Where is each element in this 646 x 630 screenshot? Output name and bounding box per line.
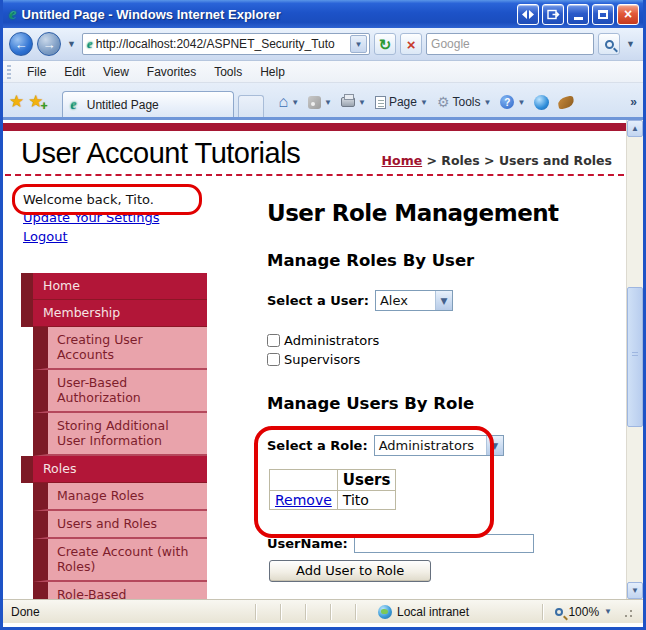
help-icon: ?	[500, 95, 514, 109]
favorites-center-button[interactable]: ★	[9, 91, 24, 112]
sidebar-item-roles[interactable]: Roles	[21, 456, 207, 483]
feeds-button[interactable]: ▼	[305, 94, 335, 111]
remove-link[interactable]: Remove	[275, 492, 332, 508]
sidebar-item-creating-user-accounts[interactable]: Creating User Accounts	[33, 327, 207, 370]
select-user-label: Select a User:	[267, 293, 369, 308]
zoom-icon	[555, 608, 563, 616]
vertical-scrollbar[interactable]: ▲ ▼	[626, 120, 643, 599]
scrollbar-track[interactable]	[627, 137, 643, 582]
maximize-icon	[598, 10, 608, 19]
action-column-header	[270, 470, 338, 491]
minimize-icon	[574, 17, 583, 20]
address-dropdown-button[interactable]: ▼	[350, 35, 367, 53]
add-user-to-role-button[interactable]: Add User to Role	[269, 560, 431, 582]
tools-menu-button[interactable]: ⚙Tools▼	[434, 93, 495, 111]
sidebar-item-role-based[interactable]: Role-Based	[33, 582, 207, 599]
refresh-button[interactable]: ↻	[374, 33, 396, 55]
detach-button[interactable]	[542, 4, 564, 25]
page-icon	[375, 96, 386, 109]
sidebar-item-user-based-authorization[interactable]: User-Based Authorization	[33, 370, 207, 413]
dock-toggle-button[interactable]	[517, 4, 539, 25]
role-select-value: Administrators	[375, 436, 486, 455]
url-input[interactable]	[96, 37, 350, 51]
new-tab-button[interactable]	[238, 95, 264, 117]
zone-label: Local intranet	[397, 605, 469, 619]
sidebar-item-membership[interactable]: Membership	[21, 300, 207, 327]
site-menu: Home Membership Creating User Accounts U…	[21, 273, 207, 599]
add-favorite-button[interactable]: ★+	[28, 91, 43, 112]
search-box[interactable]	[426, 33, 594, 55]
chevron-down-icon: ▼	[355, 40, 363, 49]
menu-file[interactable]: File	[19, 63, 54, 81]
menu-tools[interactable]: Tools	[206, 63, 250, 81]
minimize-button[interactable]	[567, 4, 589, 25]
administrators-checkbox[interactable]	[267, 334, 280, 347]
sidebar-item-manage-roles[interactable]: Manage Roles	[33, 483, 207, 511]
sidebar-item-home[interactable]: Home	[21, 273, 207, 300]
search-input[interactable]	[431, 37, 589, 51]
menu-help[interactable]: Help	[252, 63, 293, 81]
tab-untitled-page[interactable]: e Untitled Page	[62, 91, 234, 117]
resize-grip[interactable]	[621, 606, 633, 618]
more-commands-chevron[interactable]: »	[630, 95, 639, 109]
maximize-button[interactable]	[592, 4, 614, 25]
logout-link[interactable]: Logout	[23, 228, 68, 246]
search-provider-dropdown[interactable]: ▼	[624, 39, 637, 49]
site-top-rule	[3, 123, 626, 131]
browser-window: e Untitled Page - Windows Internet Explo…	[0, 0, 646, 630]
stop-button[interactable]: ×	[400, 33, 422, 55]
blue-sphere-icon	[534, 95, 549, 110]
history-dropdown[interactable]: ▼	[65, 39, 78, 49]
forward-button[interactable]: →	[37, 32, 61, 56]
refresh-icon: ↻	[379, 37, 392, 52]
help-menu-button[interactable]: ?▼	[497, 93, 528, 111]
globe-icon	[378, 605, 392, 619]
ie-logo-icon: e	[9, 4, 17, 24]
chevron-down-icon: ▼	[491, 441, 498, 451]
printer-icon	[341, 97, 355, 107]
role-section: Select a Role: Administrators ▼ Users	[267, 435, 618, 510]
addon-button[interactable]	[555, 95, 577, 110]
supervisors-checkbox-label: Supervisors	[284, 352, 360, 367]
titlebar: e Untitled Page - Windows Internet Explo…	[3, 0, 643, 28]
close-button[interactable]: ×	[617, 4, 639, 25]
sidebar: Welcome back, Tito. Update Your Settings…	[21, 176, 227, 599]
sidebar-item-users-and-roles[interactable]: Users and Roles	[33, 511, 207, 539]
address-bar[interactable]: e ▼	[82, 33, 370, 55]
back-button[interactable]: ←	[9, 32, 33, 56]
update-settings-link[interactable]: Update Your Settings	[23, 209, 159, 227]
menu-bar: File Edit View Favorites Tools Help	[3, 61, 643, 83]
username-input[interactable]	[354, 534, 534, 553]
print-button[interactable]: ▼	[338, 95, 369, 109]
scroll-up-button[interactable]: ▲	[627, 120, 643, 137]
messenger-button[interactable]	[531, 93, 552, 112]
search-icon	[605, 40, 614, 49]
page-menu-button[interactable]: Page▼	[372, 93, 431, 111]
sidebar-item-storing-additional-user-information[interactable]: Storing Additional User Information	[33, 413, 207, 456]
zoom-dropdown-caret[interactable]: ▼	[604, 607, 612, 616]
menu-favorites[interactable]: Favorites	[139, 63, 204, 81]
sidebar-item-create-account-with-roles[interactable]: Create Account (with Roles)	[33, 539, 207, 582]
menu-view[interactable]: View	[95, 63, 137, 81]
scroll-down-button[interactable]: ▼	[627, 582, 643, 599]
zoom-control[interactable]: 100% ▼	[555, 605, 641, 619]
scrollbar-thumb[interactable]	[627, 287, 643, 427]
search-go-button[interactable]	[598, 33, 620, 55]
toolbar-grip[interactable]	[7, 65, 11, 79]
home-button[interactable]: ⌂▼	[276, 92, 303, 112]
users-column-header: Users	[337, 470, 396, 491]
user-select-value: Alex	[376, 291, 435, 310]
rss-feed-icon	[308, 96, 321, 109]
site-title: User Account Tutorials	[21, 137, 382, 170]
back-arrow-icon: ←	[15, 37, 28, 52]
user-select[interactable]: Alex ▼	[375, 290, 453, 311]
gear-icon: ⚙	[437, 95, 450, 109]
main-content: User Role Management Manage Roles By Use…	[227, 176, 626, 599]
chevron-down-icon: ▼	[440, 296, 447, 306]
star-icon: ★	[9, 92, 24, 111]
supervisors-checkbox[interactable]	[267, 353, 280, 366]
breadcrumb-home-link[interactable]: Home	[382, 153, 423, 168]
menu-edit[interactable]: Edit	[56, 63, 93, 81]
role-select[interactable]: Administrators ▼	[374, 435, 504, 456]
status-bar: Done Local intranet 100% ▼	[3, 599, 643, 623]
